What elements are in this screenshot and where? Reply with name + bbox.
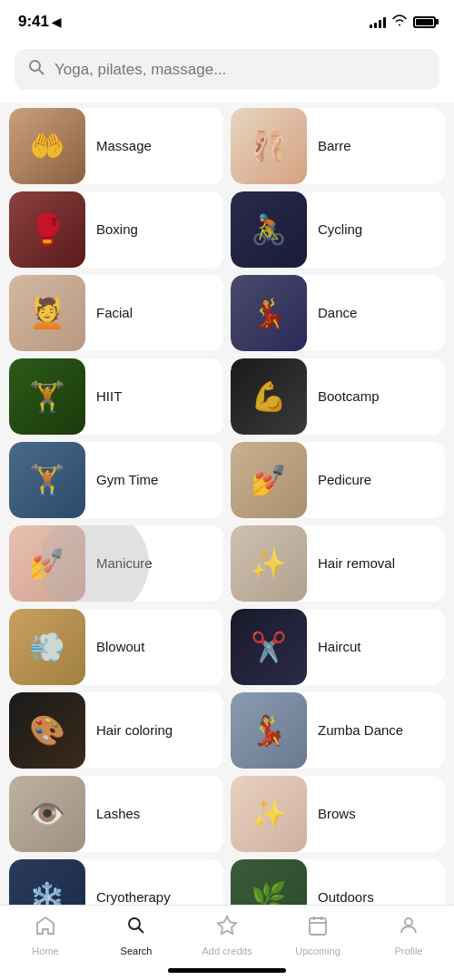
category-label-haircut: Haircut [307, 638, 445, 656]
category-item-massage[interactable]: 🤲Massage [9, 108, 223, 184]
category-item-manicure[interactable]: 💅Manicure [9, 525, 223, 602]
credits-icon [216, 915, 238, 942]
category-item-facial[interactable]: 💆Facial [9, 275, 223, 351]
category-item-dance[interactable]: 💃Dance [231, 275, 445, 351]
home-icon [35, 915, 56, 942]
search-container [0, 40, 454, 103]
svg-line-3 [139, 928, 144, 934]
nav-label-upcoming: Upcoming [295, 946, 340, 956]
category-label-dance: Dance [307, 304, 445, 322]
nav-item-search[interactable]: Search [91, 915, 182, 956]
category-item-haircut[interactable]: ✂️Haircut [231, 609, 445, 685]
category-label-lashes: Lashes [85, 805, 223, 823]
category-label-brows: Brows [307, 805, 445, 823]
categories-grid-container: 🤲Massage🩰Barre🥊Boxing🚴Cycling💆Facial💃Dan… [0, 103, 454, 941]
svg-point-2 [129, 918, 140, 929]
category-item-gymtime[interactable]: 🏋️Gym Time [9, 442, 223, 518]
nav-item-profile[interactable]: Profile [363, 915, 454, 956]
category-image-zumba: 💃 [231, 692, 307, 769]
category-label-cryo: Cryotherapy [85, 888, 223, 906]
category-item-zumba[interactable]: 💃Zumba Dance [231, 692, 445, 769]
category-label-outdoors: Outdoors [307, 888, 445, 906]
category-item-boxing[interactable]: 🥊Boxing [9, 191, 223, 268]
category-label-manicure: Manicure [85, 554, 223, 573]
svg-rect-4 [310, 918, 326, 935]
category-image-blowout: 💨 [9, 609, 85, 685]
nav-label-credits: Add credits [202, 946, 252, 956]
category-image-massage: 🤲 [9, 108, 85, 184]
search-input[interactable] [54, 61, 427, 79]
category-image-haircut: ✂️ [231, 609, 307, 685]
category-label-zumba: Zumba Dance [307, 721, 445, 740]
status-bar: 9:41◀ [0, 0, 454, 40]
category-image-hiit: 🏋️ [9, 358, 85, 435]
category-image-pedicure: 💅 [231, 442, 307, 518]
category-image-manicure: 💅 [9, 525, 85, 602]
category-item-lashes[interactable]: 👁️Lashes [9, 776, 223, 852]
nav-label-profile: Profile [394, 946, 422, 956]
category-item-hairremoval[interactable]: ✨Hair removal [231, 525, 445, 602]
search-bar[interactable] [15, 49, 439, 90]
wifi-icon [391, 14, 408, 30]
nav-item-upcoming[interactable]: Upcoming [272, 915, 363, 956]
category-item-barre[interactable]: 🩰Barre [231, 108, 445, 184]
category-label-massage: Massage [85, 137, 223, 155]
svg-point-0 [30, 61, 40, 71]
category-image-hairremoval: ✨ [231, 525, 307, 602]
category-image-cycling: 🚴 [231, 191, 307, 268]
svg-point-8 [405, 918, 412, 926]
category-label-pedicure: Pedicure [307, 471, 445, 489]
categories-scroll-area: 🤲Massage🩰Barre🥊Boxing🚴Cycling💆Facial💃Dan… [0, 103, 454, 980]
status-icons [370, 14, 436, 30]
category-item-hiit[interactable]: 🏋️HIIT [9, 358, 223, 435]
category-image-haircoloring: 🎨 [9, 692, 85, 769]
category-item-brows[interactable]: ✨Brows [231, 776, 445, 852]
category-label-facial: Facial [85, 304, 223, 322]
nav-item-credits[interactable]: Add credits [182, 915, 272, 956]
category-image-brows: ✨ [231, 776, 307, 852]
nav-label-search: Search [121, 946, 153, 956]
category-image-barre: 🩰 [231, 108, 307, 184]
upcoming-icon [307, 915, 329, 942]
search-nav-icon [125, 915, 147, 942]
category-image-lashes: 👁️ [9, 776, 85, 852]
category-label-cycling: Cycling [307, 220, 445, 239]
category-image-boxing: 🥊 [9, 191, 85, 268]
nav-item-home[interactable]: Home [0, 915, 91, 956]
signal-icon [370, 15, 386, 28]
category-label-bootcamp: Bootcamp [307, 387, 445, 406]
home-indicator [168, 968, 286, 973]
battery-icon [413, 16, 436, 28]
category-label-gymtime: Gym Time [85, 471, 223, 489]
category-label-haircoloring: Hair coloring [85, 721, 223, 740]
nav-label-home: Home [32, 946, 58, 956]
category-image-dance: 💃 [231, 275, 307, 351]
category-item-bootcamp[interactable]: 💪Bootcamp [231, 358, 445, 435]
categories-grid: 🤲Massage🩰Barre🥊Boxing🚴Cycling💆Facial💃Dan… [9, 108, 445, 936]
category-label-barre: Barre [307, 137, 445, 155]
category-label-hiit: HIIT [85, 387, 223, 406]
category-image-gymtime: 🏋️ [9, 442, 85, 518]
status-time: 9:41◀ [18, 13, 61, 31]
category-item-blowout[interactable]: 💨Blowout [9, 609, 223, 685]
category-label-blowout: Blowout [85, 638, 223, 656]
category-item-cycling[interactable]: 🚴Cycling [231, 191, 445, 268]
category-label-hairremoval: Hair removal [307, 554, 445, 573]
search-icon [27, 58, 45, 81]
category-item-haircoloring[interactable]: 🎨Hair coloring [9, 692, 223, 769]
category-image-bootcamp: 💪 [231, 358, 307, 435]
profile-icon [398, 915, 419, 942]
category-item-pedicure[interactable]: 💅Pedicure [231, 442, 445, 518]
category-image-facial: 💆 [9, 275, 85, 351]
category-label-boxing: Boxing [85, 220, 223, 239]
svg-line-1 [39, 70, 44, 74]
